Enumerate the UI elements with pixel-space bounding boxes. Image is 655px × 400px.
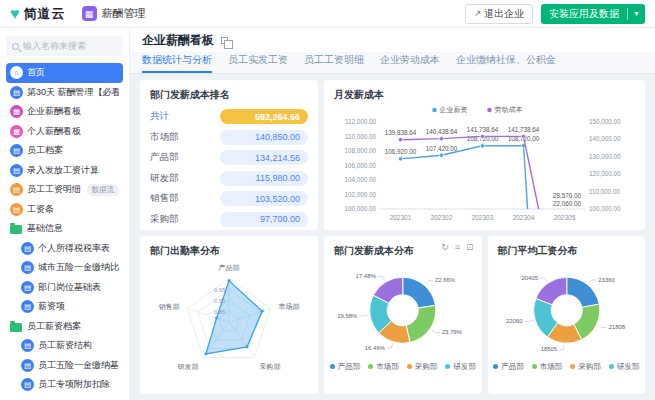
slice-label: 20405 xyxy=(521,275,538,281)
sidebar-item-label: 部门岗位基础表 xyxy=(38,281,119,294)
share-icon[interactable] xyxy=(221,37,228,44)
sidebar-item[interactable]: ▤城市五险一金缴纳比例 xyxy=(6,258,123,278)
doc-icon: ▤ xyxy=(10,203,23,216)
slice-label: 18505 xyxy=(540,346,557,352)
install-app-button[interactable]: 安装应用及数据 ▼ xyxy=(541,4,645,24)
sidebar-item[interactable]: ▤第30天 薪酬管理【必看说明】 xyxy=(6,83,123,103)
legend-label: 研发部 xyxy=(617,362,640,372)
tab-企业缴纳社保、公积金[interactable]: 企业缴纳社保、公积金 xyxy=(456,53,556,73)
legend-item[interactable]: 采购部 xyxy=(407,362,438,372)
legend-label: 产品部 xyxy=(338,362,361,372)
radar-axis-label: 研发部 xyxy=(178,363,199,371)
top-header: ♥ 简道云 ▦ 薪酬管理 ↗ 退出企业 安装应用及数据 ▼ xyxy=(0,0,655,28)
legend-item[interactable]: 产品部 xyxy=(330,362,361,372)
doc-icon: ▤ xyxy=(10,164,23,177)
doc-icon: ▤ xyxy=(21,359,34,372)
legend-dot xyxy=(330,364,335,369)
dept-cost-table: 共计592,264.56市场部140,850.00产品部134,214.56研发… xyxy=(150,108,308,228)
search-input[interactable] xyxy=(23,41,115,51)
search-icon xyxy=(12,43,19,50)
data-point xyxy=(245,345,248,348)
sidebar-item-label: 录入发放工资计算 xyxy=(27,164,119,177)
sidebar: ⌂首页▤第30天 薪酬管理【必看说明】▦企业薪酬看板▦个人薪酬看板▤员工档案▤录… xyxy=(0,28,130,400)
sidebar-item[interactable]: ▤员工工资明细数据流 xyxy=(6,180,123,200)
row-value-pill: 140,850.00 xyxy=(220,130,308,145)
svg-text:0.95: 0.95 xyxy=(214,287,225,293)
pie-slice-产品部 xyxy=(566,277,598,307)
row-label: 共计 xyxy=(150,110,169,123)
sidebar-item[interactable]: ▤录入发放工资计算 xyxy=(6,161,123,181)
sidebar-item[interactable]: ▤薪资项 xyxy=(6,297,123,317)
slice-label: 19.58% xyxy=(337,313,358,319)
sidebar-item-label: 员工专项附加扣除 xyxy=(38,378,119,391)
refresh-icon[interactable]: ↻ xyxy=(441,243,449,252)
svg-text:139,838.64: 139,838.64 xyxy=(385,129,417,136)
table-row: 销售部103,520.00 xyxy=(150,190,308,207)
slice-label: 17.48% xyxy=(356,273,377,279)
list-icon[interactable]: ≡ xyxy=(455,243,460,252)
legend-dot xyxy=(407,364,412,369)
sidebar-item[interactable]: ▤员工五险一金缴纳基数 xyxy=(6,356,123,376)
svg-text:120,000.00: 120,000.00 xyxy=(589,170,621,177)
row-value-pill: 134,214.56 xyxy=(220,150,308,165)
tab-企业劳动成本[interactable]: 企业劳动成本 xyxy=(380,53,440,73)
fullscreen-icon[interactable]: ⊡ xyxy=(466,243,474,252)
tab-员工实发工资[interactable]: 员工实发工资 xyxy=(228,53,288,73)
sidebar-item[interactable]: ▤员工档案 xyxy=(6,141,123,161)
table-row: 共计592,264.56 xyxy=(150,108,308,125)
app-icon: ▦ xyxy=(82,6,97,21)
sidebar-item[interactable]: 基础信息 xyxy=(6,219,123,239)
exit-enterprise-button[interactable]: ↗ 退出企业 xyxy=(465,4,533,24)
legend-item[interactable]: 采购部 xyxy=(570,362,601,372)
folder-icon xyxy=(10,323,22,332)
legend-item[interactable]: 研发部 xyxy=(609,362,640,372)
main-area: 企业薪酬看板 数据统计与分析员工实发工资员工工资明细企业劳动成本企业缴纳社保、公… xyxy=(130,28,655,400)
pie-chart-host: 2336021808185052206020405 xyxy=(498,258,636,361)
sidebar-item-label: 员工五险一金缴纳基数 xyxy=(38,359,119,372)
sidebar-item[interactable]: ▤部门岗位基础表 xyxy=(6,278,123,298)
tab-员工工资明细[interactable]: 员工工资明细 xyxy=(304,53,364,73)
slice-label: 23.79% xyxy=(442,329,463,335)
slice-label: 21808 xyxy=(608,324,625,330)
legend-dot xyxy=(445,364,450,369)
legend-item[interactable]: 研发部 xyxy=(445,362,476,372)
line-chart-host: 100,000.00102,000.00104,000.00106,000.00… xyxy=(334,102,635,224)
dept-cost-ranking-panel: 部门发薪成本排名 共计592,264.56市场部140,850.00产品部134… xyxy=(140,80,318,230)
legend-item[interactable]: 市场部 xyxy=(532,362,563,372)
exit-icon: ↗ xyxy=(474,9,481,18)
sidebar-item[interactable]: ▤员工专项附加扣除 xyxy=(6,375,123,395)
sidebar-item[interactable]: ▤员工薪资结构 xyxy=(6,336,123,356)
sidebar-item[interactable]: ⌂首页 xyxy=(6,63,123,83)
doc-icon: ▤ xyxy=(10,183,23,196)
svg-text:141,738.64: 141,738.64 xyxy=(508,126,540,133)
sidebar-item-label: 员工薪资档案 xyxy=(27,320,119,333)
svg-text:112,000.00: 112,000.00 xyxy=(345,118,377,125)
sidebar-search[interactable] xyxy=(6,36,123,56)
svg-text:22,060.00: 22,060.00 xyxy=(553,200,582,207)
svg-text:141,738.64: 141,738.64 xyxy=(467,126,499,133)
pie-chart-host: 22.66%23.79%16.49%19.58%17.48% xyxy=(334,258,472,361)
legend-label: 劳动成本 xyxy=(495,106,523,113)
doc-icon: ▤ xyxy=(10,86,23,99)
svg-text:110,000.00: 110,000.00 xyxy=(589,188,621,195)
svg-text:100,000.00: 100,000.00 xyxy=(589,205,621,212)
exit-enterprise-label: 退出企业 xyxy=(484,7,524,21)
sidebar-item[interactable]: 员工薪资档案 xyxy=(6,317,123,337)
sidebar-item[interactable]: ▤个人所得税税率表 xyxy=(6,239,123,259)
avg-salary-distribution-panel: 部门平均工资分布 2336021808185052206020405 产品部市场… xyxy=(488,236,646,394)
app-chip[interactable]: ▦ 薪酬管理 xyxy=(82,6,146,21)
legend-dot xyxy=(493,364,498,369)
doc-icon: ▤ xyxy=(21,261,34,274)
sidebar-item[interactable]: ▦个人薪酬看板 xyxy=(6,122,123,142)
chevron-down-icon[interactable]: ▼ xyxy=(628,10,645,17)
sidebar-item[interactable]: ▤工资条 xyxy=(6,200,123,220)
legend-item[interactable]: 产品部 xyxy=(493,362,524,372)
radar-axis-label: 采购部 xyxy=(260,363,281,371)
cost-distribution-panel: 部门发薪成本分布 ↻≡⊡ 22.66%23.79%16.49%19.58%17.… xyxy=(324,236,482,394)
sidebar-item[interactable]: ▦企业薪酬看板 xyxy=(6,102,123,122)
line-chart: 100,000.00102,000.00104,000.00106,000.00… xyxy=(334,102,635,224)
legend-item[interactable]: 市场部 xyxy=(368,362,399,372)
radar-chart: 产品部市场部采购部研发部销售部0.950.900.85 xyxy=(150,258,308,379)
tab-数据统计与分析[interactable]: 数据统计与分析 xyxy=(142,53,212,73)
data-point xyxy=(439,136,443,140)
